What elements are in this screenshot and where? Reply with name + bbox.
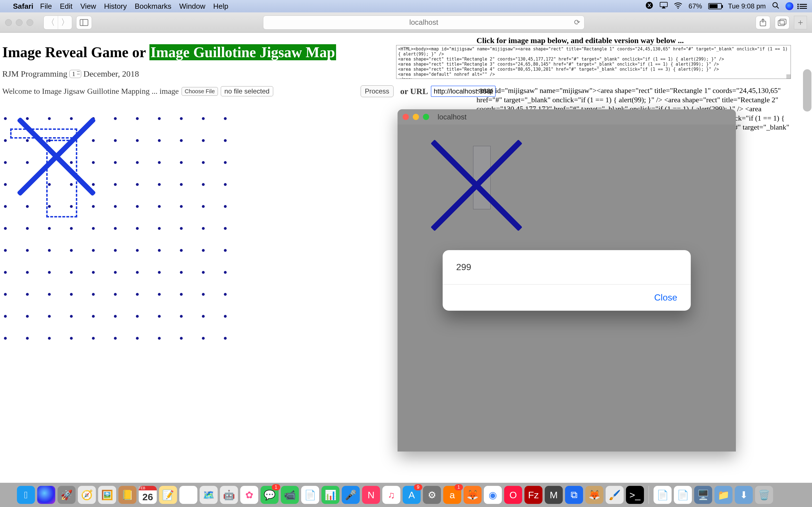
grid-dot[interactable]: [158, 271, 161, 274]
dock-paintbrush[interactable]: 🖌️: [606, 486, 624, 504]
grid-dot[interactable]: [136, 337, 139, 340]
dock-folder[interactable]: 📁: [714, 486, 732, 504]
grid-dot[interactable]: [92, 205, 95, 208]
grid-dot[interactable]: [136, 227, 139, 230]
grid-dot[interactable]: [136, 293, 139, 296]
grid-dot[interactable]: [70, 249, 73, 252]
grid-dot[interactable]: [70, 271, 73, 274]
grid-dot[interactable]: [180, 117, 183, 120]
clock-text[interactable]: Tue 9:08 pm: [728, 2, 766, 10]
grid-dot[interactable]: [48, 315, 51, 318]
child-titlebar[interactable]: localhost: [398, 109, 736, 124]
window-traffic-lights[interactable]: [5, 19, 33, 26]
grid-dot[interactable]: [26, 227, 29, 230]
grid-dot[interactable]: [136, 315, 139, 318]
sidebar-toggle-button[interactable]: [76, 16, 92, 29]
grid-dot[interactable]: [158, 183, 161, 186]
grid-dot[interactable]: [224, 293, 227, 296]
grid-dot[interactable]: [202, 315, 205, 318]
grid-dot[interactable]: [4, 139, 7, 142]
grid-dot[interactable]: [136, 117, 139, 120]
dock-numbers[interactable]: 📊: [321, 486, 340, 504]
grid-dot[interactable]: [158, 117, 161, 120]
grid-dot[interactable]: [202, 271, 205, 274]
forward-button[interactable]: 〉: [58, 16, 72, 29]
dock-notes[interactable]: 📝: [159, 486, 177, 504]
dock-calendar[interactable]: FEB26: [139, 486, 157, 504]
menu-help[interactable]: Help: [213, 2, 228, 11]
grid-dot[interactable]: [180, 205, 183, 208]
dock-automator[interactable]: 🤖: [220, 486, 238, 504]
dock-news[interactable]: N: [362, 486, 380, 504]
dock-finder[interactable]: 𖣯: [17, 486, 35, 504]
share-button[interactable]: [756, 16, 770, 29]
dock-maps[interactable]: 🗺️: [200, 486, 218, 504]
grid-dot[interactable]: [114, 117, 117, 120]
tabs-button[interactable]: [775, 16, 790, 29]
grid-dot[interactable]: [158, 227, 161, 230]
dock-sysprefs[interactable]: ⚙︎: [423, 486, 441, 504]
grid-dot[interactable]: [136, 161, 139, 164]
grid-dot[interactable]: [26, 205, 29, 208]
grid-dot[interactable]: [4, 249, 7, 252]
grid-dot[interactable]: [4, 205, 7, 208]
menu-bookmarks[interactable]: Bookmarks: [135, 2, 171, 11]
grid-dot[interactable]: [114, 271, 117, 274]
grid-dot[interactable]: [158, 161, 161, 164]
grid-dot[interactable]: [202, 183, 205, 186]
grid-dot[interactable]: [180, 161, 183, 164]
grid-dot[interactable]: [4, 183, 7, 186]
grid-dot[interactable]: [158, 293, 161, 296]
grid-dot[interactable]: [4, 337, 7, 340]
grid-dot[interactable]: [114, 161, 117, 164]
grid-dot[interactable]: [224, 315, 227, 318]
dock-messages[interactable]: 💬: [260, 486, 278, 504]
html-textarea[interactable]: [396, 45, 791, 79]
grid-dot[interactable]: [180, 337, 183, 340]
grid-dot[interactable]: [92, 315, 95, 318]
dock-downloads[interactable]: ⬇︎: [735, 486, 753, 504]
grid-dot[interactable]: [92, 249, 95, 252]
grid-dot[interactable]: [224, 139, 227, 142]
grid-dot[interactable]: [26, 293, 29, 296]
dock[interactable]: 𖣯🚀🧭🖼️📒FEB26📝☑︎🗺️🤖✿💬📹📄📊🎤N♫A⚙︎a🦊◉OFzM⧉🦊🖌️>…: [0, 483, 812, 507]
grid-dot[interactable]: [158, 139, 161, 142]
dock-desktop[interactable]: 🖥️: [694, 486, 712, 504]
grid-dot[interactable]: [180, 249, 183, 252]
wifi-icon[interactable]: [674, 2, 682, 10]
dock-opera[interactable]: O: [504, 486, 522, 504]
dock-itunes[interactable]: ♫: [382, 486, 400, 504]
dock-reminders[interactable]: ☑︎: [179, 486, 197, 504]
grid-dot[interactable]: [202, 227, 205, 230]
grid-dot[interactable]: [114, 337, 117, 340]
menu-history[interactable]: History: [104, 2, 127, 11]
dock-textedit[interactable]: 📄: [301, 486, 319, 504]
grid-dot[interactable]: [48, 249, 51, 252]
grid-dot[interactable]: [158, 315, 161, 318]
grid-dot[interactable]: [202, 205, 205, 208]
grid-dot[interactable]: [4, 117, 7, 120]
grid-dot[interactable]: [114, 315, 117, 318]
grid-dot[interactable]: [26, 271, 29, 274]
grid-dot[interactable]: [136, 139, 139, 142]
url-bar[interactable]: localhost ⟳: [263, 15, 585, 30]
grid-dot[interactable]: [26, 337, 29, 340]
grid-dot[interactable]: [158, 337, 161, 340]
grid-dot[interactable]: [180, 315, 183, 318]
dock-siri[interactable]: [37, 486, 55, 504]
grid-dot[interactable]: [114, 183, 117, 186]
dash-rect-4[interactable]: [46, 140, 77, 217]
dock-facetime[interactable]: 📹: [281, 486, 299, 504]
dock-chrome[interactable]: ◉: [484, 486, 502, 504]
grid-dot[interactable]: [158, 249, 161, 252]
grid-dot[interactable]: [48, 227, 51, 230]
grid-dot[interactable]: [114, 293, 117, 296]
dock-contacts[interactable]: 📒: [118, 486, 137, 504]
grid-dot[interactable]: [92, 227, 95, 230]
grid-dot[interactable]: [136, 249, 139, 252]
grid-dot[interactable]: [158, 205, 161, 208]
dock-vscode[interactable]: ⧉: [565, 486, 583, 504]
grid-dot[interactable]: [180, 139, 183, 142]
grid-dot[interactable]: [70, 293, 73, 296]
grid-dot[interactable]: [4, 271, 7, 274]
